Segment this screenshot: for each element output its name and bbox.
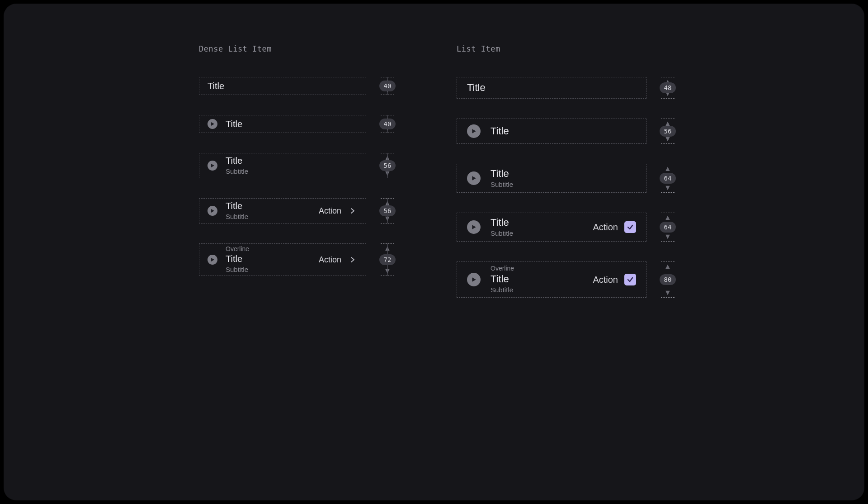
item-title: Title	[491, 216, 583, 229]
chevron-right-icon[interactable]	[348, 206, 358, 216]
height-value: 56	[660, 126, 676, 137]
list-item[interactable]: Title Subtitle Action	[457, 213, 646, 242]
play-icon	[208, 255, 217, 265]
action-label[interactable]: Action	[319, 255, 341, 265]
height-value: 80	[660, 274, 676, 285]
height-value: 40	[379, 81, 396, 91]
text-stack: Title	[208, 81, 358, 92]
column-header-dense: Dense List Item	[199, 44, 411, 53]
text-stack: Title Subtitle	[226, 155, 358, 176]
height-indicator: ▲▼ 56	[657, 119, 678, 144]
column-dense: Dense List Item Title ▲▼ 40	[199, 44, 411, 298]
item-subtitle: Subtitle	[491, 286, 583, 295]
item-title: Title	[467, 81, 636, 94]
play-icon	[208, 206, 217, 216]
spec-canvas: Dense List Item Title ▲▼ 40	[4, 4, 864, 500]
item-subtitle: Subtitle	[491, 181, 636, 189]
column-normal: List Item Title ▲▼ 48	[457, 44, 669, 298]
trailing: Action	[593, 221, 636, 233]
list-item[interactable]: Title	[199, 115, 366, 133]
list-item[interactable]: Title Subtitle Action	[199, 198, 366, 223]
spec-row: Overline Title Subtitle Action ▲▼ 80	[457, 262, 669, 298]
height-indicator: ▲▼ 48	[657, 77, 678, 99]
spec-row: Title Subtitle ▲▼ 64	[457, 164, 669, 193]
columns: Dense List Item Title ▲▼ 40	[22, 44, 846, 298]
list-item[interactable]: Overline Title Subtitle Action	[199, 243, 366, 276]
play-icon	[208, 119, 217, 129]
height-indicator: ▲▼ 40	[377, 115, 398, 133]
text-stack: Title Subtitle	[226, 200, 311, 221]
trailing: Action	[319, 255, 358, 265]
item-title: Title	[491, 167, 636, 180]
text-stack: Title	[467, 81, 636, 94]
item-overline: Overline	[226, 245, 311, 253]
spec-row: Title ▲▼ 40	[199, 115, 411, 133]
item-subtitle: Subtitle	[226, 266, 311, 274]
spec-row: Title Subtitle ▲▼ 56	[199, 153, 411, 178]
play-icon	[467, 124, 481, 138]
height-indicator: ▲▼ 64	[657, 164, 678, 193]
height-value: 64	[660, 222, 676, 233]
height-value: 72	[379, 254, 396, 265]
spec-row: Overline Title Subtitle Action ▲▼ 72	[199, 243, 411, 276]
text-stack: Title	[226, 119, 358, 130]
item-title: Title	[226, 253, 311, 265]
height-value: 56	[379, 205, 396, 216]
action-label[interactable]: Action	[593, 222, 618, 233]
action-label[interactable]: Action	[319, 206, 341, 216]
height-value: 56	[379, 160, 396, 171]
height-indicator: ▲▼ 64	[657, 213, 678, 242]
column-header-normal: List Item	[457, 44, 669, 53]
spec-row: Title ▲▼ 40	[199, 77, 411, 95]
height-indicator: ▲▼ 72	[377, 243, 398, 276]
trailing: Action	[319, 206, 358, 216]
list-item[interactable]: Overline Title Subtitle Action	[457, 262, 646, 298]
play-icon	[208, 161, 217, 171]
item-title: Title	[226, 119, 358, 130]
action-label[interactable]: Action	[593, 275, 618, 285]
list-item[interactable]: Title	[199, 77, 366, 95]
item-title: Title	[226, 155, 358, 166]
spec-row: Title Subtitle Action ▲▼ 56	[199, 198, 411, 223]
checkbox-checked-icon[interactable]	[624, 221, 636, 233]
text-stack: Title Subtitle	[491, 216, 583, 238]
text-stack: Overline Title Subtitle	[226, 245, 311, 274]
height-value: 64	[660, 173, 676, 184]
list-item[interactable]: Title Subtitle	[199, 153, 366, 178]
play-icon	[467, 273, 481, 286]
height-value: 48	[660, 82, 676, 93]
item-subtitle: Subtitle	[226, 213, 311, 221]
item-title: Title	[491, 273, 583, 285]
spec-row: Title ▲▼ 56	[457, 119, 669, 144]
play-icon	[467, 171, 481, 185]
item-title: Title	[208, 81, 358, 92]
item-overline: Overline	[491, 265, 583, 273]
item-title: Title	[226, 200, 311, 212]
trailing: Action	[593, 274, 636, 285]
text-stack: Overline Title Subtitle	[491, 265, 583, 295]
spec-row: Title ▲▼ 48	[457, 77, 669, 99]
play-icon	[467, 220, 481, 234]
checkbox-checked-icon[interactable]	[624, 274, 636, 285]
height-indicator: ▲▼ 40	[377, 77, 398, 95]
height-indicator: ▲▼ 56	[377, 153, 398, 178]
text-stack: Title	[491, 125, 636, 138]
list-item[interactable]: Title	[457, 119, 646, 144]
list-item[interactable]: Title	[457, 77, 646, 99]
height-value: 40	[379, 119, 396, 129]
height-indicator: ▲▼ 80	[657, 262, 678, 298]
list-item[interactable]: Title Subtitle	[457, 164, 646, 193]
text-stack: Title Subtitle	[491, 167, 636, 189]
spec-row: Title Subtitle Action ▲▼ 64	[457, 213, 669, 242]
item-title: Title	[491, 125, 636, 138]
chevron-right-icon[interactable]	[348, 255, 358, 265]
item-subtitle: Subtitle	[226, 167, 358, 176]
height-indicator: ▲▼ 56	[377, 198, 398, 223]
item-subtitle: Subtitle	[491, 229, 583, 238]
